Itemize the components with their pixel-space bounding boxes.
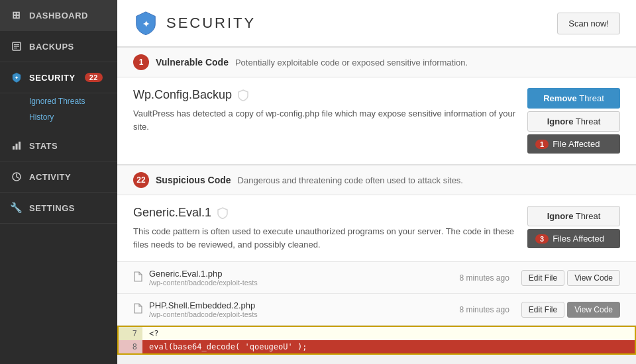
sidebar-item-security[interactable]: ✦ Security 22 [0, 62, 117, 93]
security-icon: ✦ [11, 71, 23, 83]
history-link[interactable]: History [29, 109, 117, 125]
sidebar-item-dashboard[interactable]: ⊞ Dashboard [0, 0, 117, 31]
svg-rect-7 [19, 142, 21, 150]
file-path-2: /wp-content/badcode/exploit-tests [149, 310, 452, 318]
wp-config-backup-actions: Remove Threat Ignore Threat 1 File Affec… [527, 88, 620, 154]
files-affected-button-2[interactable]: 3 Files Affected [527, 229, 620, 248]
view-code-button-2[interactable]: View Code [567, 302, 620, 318]
stats-icon [11, 140, 23, 152]
files-count-2: 3 [535, 234, 549, 244]
file-time-1: 8 minutes ago [459, 273, 509, 283]
code-line-7: 7 <? [119, 327, 635, 340]
security-sub-nav: Ignored Threats History [0, 93, 117, 130]
files-count: 1 [535, 140, 549, 149]
ignore-threat-button[interactable]: Ignore Threat [527, 111, 620, 132]
sidebar-item-label: Dashboard [29, 11, 88, 21]
scan-now-button[interactable]: Scan now! [557, 13, 620, 34]
file-icon-2 [133, 303, 142, 316]
svg-rect-1 [14, 44, 19, 45]
line-content-8: eval(base64_decode( 'qoeugeoU' ); [142, 340, 635, 353]
code-preview: 7 <? 8 eval(base64_decode( 'qoeugeoU' ); [117, 326, 636, 355]
sidebar-item-activity[interactable]: Activity [0, 161, 117, 193]
vulnerable-code-desc: Potentially exploitable code or exposed … [235, 58, 468, 68]
page-title: SECURITY [166, 15, 256, 32]
activity-icon [11, 171, 23, 183]
shield-icon-small-2 [217, 207, 229, 219]
file-name-1: Generic.Eval.1.php [149, 269, 452, 279]
svg-rect-3 [14, 48, 17, 48]
shield-icon-small [237, 89, 249, 101]
edit-file-button-2[interactable]: Edit File [521, 302, 564, 318]
backups-icon [11, 40, 23, 52]
file-time-2: 8 minutes ago [459, 305, 509, 314]
settings-icon: 🔧 [11, 202, 23, 214]
sidebar-item-stats[interactable]: Stats [0, 130, 117, 161]
sidebar-item-settings[interactable]: 🔧 Settings [0, 193, 117, 224]
generic-eval-name: Generic.Eval.1 [133, 206, 517, 220]
remove-threat-button[interactable]: Remove Threat [527, 88, 620, 109]
line-content-7: <? [142, 327, 165, 340]
sidebar-item-backups[interactable]: Backups [0, 31, 117, 62]
file-actions-2: Edit File View Code [521, 302, 620, 318]
sidebar-item-label: Security [29, 73, 76, 83]
suspicious-count-badge: 22 [133, 172, 149, 188]
security-shield-logo: ✦ [133, 11, 158, 36]
wp-config-backup-info: Wp.Config.Backup VaultPress has detected… [133, 88, 517, 154]
files-label-2: Files Affected [553, 234, 604, 244]
sidebar: ⊞ Dashboard Backups ✦ Security 22 Ignore… [0, 0, 117, 364]
suspicious-code-section-header: 22 Suspicious Code Dangerous and threate… [117, 165, 636, 195]
security-badge: 22 [85, 73, 103, 82]
wp-config-backup-desc: VaultPress has detected a copy of wp-con… [133, 107, 517, 133]
sidebar-item-label: Stats [29, 141, 58, 151]
generic-eval-desc: This code pattern is often used to execu… [133, 225, 517, 251]
wp-config-backup-name: Wp.Config.Backup [133, 88, 517, 102]
svg-rect-5 [13, 146, 15, 150]
suspicious-code-desc: Dangerous and threatening code often use… [238, 175, 463, 185]
vulnerable-count-badge: 1 [133, 54, 149, 70]
file-row-2: PHP.Shell.Embedded.2.php /wp-content/bad… [117, 294, 636, 326]
vulnerable-code-type: Vulnerable Code [156, 57, 229, 68]
line-number-8: 8 [119, 340, 142, 353]
file-row-1: Generic.Eval.1.php /wp-content/badcode/e… [117, 262, 636, 294]
files-affected-button[interactable]: 1 File Affected [527, 134, 620, 154]
vulnerable-code-section-header: 1 Vulnerable Code Potentially exploitabl… [117, 47, 636, 77]
code-line-8: 8 eval(base64_decode( 'qoeugeoU' ); [119, 340, 635, 353]
file-actions-1: Edit File View Code [521, 270, 620, 286]
line-number-7: 7 [119, 327, 142, 340]
sidebar-item-label: Settings [29, 203, 75, 213]
svg-text:✦: ✦ [15, 75, 19, 80]
sidebar-item-label: Activity [29, 172, 71, 182]
svg-rect-6 [16, 144, 18, 150]
file-info-1: Generic.Eval.1.php /wp-content/badcode/e… [149, 269, 452, 287]
page-header: ✦ SECURITY Scan now! [117, 0, 636, 47]
files-label: File Affected [553, 139, 600, 149]
main-content: ✦ SECURITY Scan now! 1 Vulnerable Code P… [117, 0, 636, 364]
generic-eval-card: Generic.Eval.1 This code pattern is ofte… [117, 195, 636, 262]
header-left: ✦ SECURITY [133, 11, 256, 36]
file-name-2: PHP.Shell.Embedded.2.php [149, 300, 452, 310]
dashboard-icon: ⊞ [11, 9, 23, 21]
svg-rect-2 [14, 46, 19, 47]
generic-eval-info: Generic.Eval.1 This code pattern is ofte… [133, 206, 517, 251]
wp-config-backup-card: Wp.Config.Backup VaultPress has detected… [117, 77, 636, 165]
ignore-threat-button-2[interactable]: Ignore Threat [527, 206, 620, 226]
file-icon-1 [133, 271, 142, 284]
suspicious-code-type: Suspicious Code [156, 175, 231, 185]
sidebar-item-label: Backups [29, 42, 74, 52]
svg-text:✦: ✦ [142, 19, 150, 29]
file-path-1: /wp-content/badcode/exploit-tests [149, 279, 452, 287]
file-info-2: PHP.Shell.Embedded.2.php /wp-content/bad… [149, 300, 452, 318]
view-code-button-1[interactable]: View Code [567, 270, 620, 286]
ignored-threats-link[interactable]: Ignored Threats [29, 93, 117, 109]
generic-eval-actions: Ignore Threat 3 Files Affected [527, 206, 620, 251]
edit-file-button-1[interactable]: Edit File [521, 270, 564, 286]
